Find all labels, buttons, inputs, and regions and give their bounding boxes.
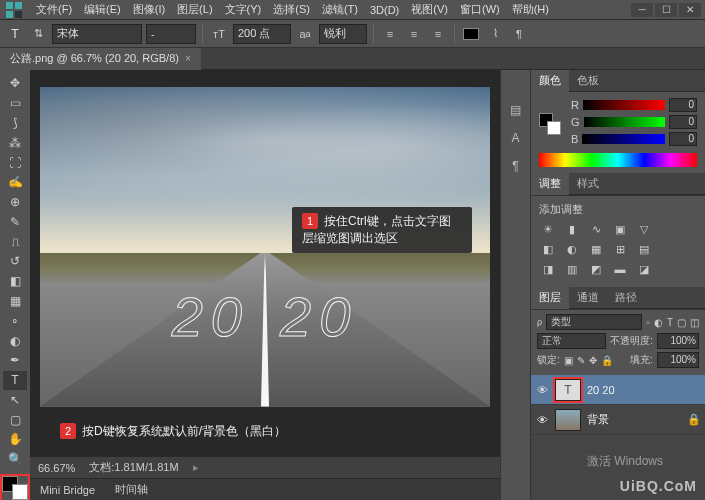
menu-window[interactable]: 窗口(W)	[454, 2, 506, 17]
menu-layer[interactable]: 图层(L)	[171, 2, 218, 17]
layer-name[interactable]: 背景	[587, 412, 609, 427]
lock-pixels-icon[interactable]: ✎	[577, 355, 585, 366]
font-style-select[interactable]: -	[146, 24, 196, 44]
menu-type[interactable]: 文字(Y)	[219, 2, 268, 17]
layer-thumbnail[interactable]: T	[555, 379, 581, 401]
adj-selcolor-icon[interactable]: ◪	[635, 261, 653, 277]
tab-swatches[interactable]: 色板	[569, 70, 607, 92]
visibility-toggle[interactable]: 👁	[535, 414, 549, 426]
blend-mode-select[interactable]: 正常	[537, 333, 606, 349]
tab-paths[interactable]: 路径	[607, 287, 645, 309]
warp-text-icon[interactable]: ⌇	[485, 24, 505, 44]
menu-help[interactable]: 帮助(H)	[506, 2, 555, 17]
stamp-tool[interactable]: ⎍	[3, 232, 27, 251]
menu-file[interactable]: 文件(F)	[30, 2, 78, 17]
filter-adj-icon[interactable]: ◐	[654, 317, 663, 328]
zoom-level[interactable]: 66.67%	[38, 462, 75, 474]
dock-history-icon[interactable]: ▤	[505, 100, 527, 120]
eyedropper-tool[interactable]: ✍	[3, 173, 27, 192]
crop-tool[interactable]: ⛶	[3, 153, 27, 172]
adj-photo-icon[interactable]: ▦	[587, 241, 605, 257]
history-brush-tool[interactable]: ↺	[3, 252, 27, 271]
hand-tool[interactable]: ✋	[3, 430, 27, 449]
adj-vibrance-icon[interactable]: ▽	[635, 221, 653, 237]
lasso-tool[interactable]: ⟆	[3, 114, 27, 133]
window-maximize[interactable]: ☐	[655, 3, 677, 17]
gradient-tool[interactable]: ▦	[3, 292, 27, 311]
font-size-select[interactable]: 200 点	[233, 24, 291, 44]
adj-hue-icon[interactable]: ◧	[539, 241, 557, 257]
character-panel-icon[interactable]: ¶	[509, 24, 529, 44]
filter-img-icon[interactable]: ▫	[646, 317, 650, 328]
document-tab-close[interactable]: ×	[185, 53, 191, 64]
filter-smart-icon[interactable]: ◫	[690, 317, 699, 328]
canvas[interactable]: 2020 1按住Ctrl键，点击文字图层缩览图调出选区	[40, 87, 490, 407]
layer-thumbnail[interactable]	[555, 409, 581, 431]
tab-styles[interactable]: 样式	[569, 173, 607, 195]
panel-color-swatch[interactable]	[539, 113, 561, 135]
align-center-icon[interactable]: ≡	[404, 24, 424, 44]
menu-edit[interactable]: 编辑(E)	[78, 2, 127, 17]
blur-tool[interactable]: ∘	[3, 311, 27, 330]
adj-brightness-icon[interactable]: ☀	[539, 221, 557, 237]
lock-position-icon[interactable]: ✥	[589, 355, 597, 366]
tab-mini-bridge[interactable]: Mini Bridge	[30, 479, 105, 501]
pen-tool[interactable]: ✒	[3, 351, 27, 370]
color-swatch[interactable]	[2, 476, 28, 500]
layer-row[interactable]: 👁 T 20 20	[531, 375, 705, 405]
dock-para-icon[interactable]: ¶	[505, 156, 527, 176]
font-family-select[interactable]: 宋体	[52, 24, 142, 44]
magic-wand-tool[interactable]: ⁂	[3, 133, 27, 152]
adj-lookup-icon[interactable]: ▤	[635, 241, 653, 257]
zoom-tool[interactable]: 🔍	[3, 450, 27, 469]
window-minimize[interactable]: ─	[631, 3, 653, 17]
tab-channels[interactable]: 通道	[569, 287, 607, 309]
filter-shape-icon[interactable]: ▢	[677, 317, 686, 328]
spectrum-bar[interactable]	[539, 153, 697, 167]
adj-poster-icon[interactable]: ▥	[563, 261, 581, 277]
adj-curves-icon[interactable]: ∿	[587, 221, 605, 237]
lock-all-icon[interactable]: 🔒	[601, 355, 613, 366]
b-value[interactable]: 0	[669, 132, 697, 146]
menu-image[interactable]: 图像(I)	[127, 2, 171, 17]
adj-gradmap-icon[interactable]: ▬	[611, 261, 629, 277]
layer-name[interactable]: 20 20	[587, 384, 615, 396]
tab-timeline[interactable]: 时间轴	[105, 479, 158, 501]
document-tab[interactable]: 公路.png @ 66.7% (20 20, RGB/8) ×	[0, 48, 201, 70]
background-color[interactable]	[12, 484, 28, 500]
dock-char-icon[interactable]: A	[505, 128, 527, 148]
tab-color[interactable]: 颜色	[531, 70, 569, 92]
filter-type-icon[interactable]: T	[667, 317, 673, 328]
align-right-icon[interactable]: ≡	[428, 24, 448, 44]
move-tool[interactable]: ✥	[3, 74, 27, 93]
adj-mixer-icon[interactable]: ⊞	[611, 241, 629, 257]
menu-view[interactable]: 视图(V)	[405, 2, 454, 17]
eraser-tool[interactable]: ◧	[3, 272, 27, 291]
lock-transparent-icon[interactable]: ▣	[564, 355, 573, 366]
r-slider[interactable]	[583, 100, 665, 110]
marquee-tool[interactable]: ▭	[3, 94, 27, 113]
window-close[interactable]: ✕	[679, 3, 701, 17]
dodge-tool[interactable]: ◐	[3, 331, 27, 350]
layer-filter-kind[interactable]: 类型	[546, 314, 642, 330]
text-color-swatch[interactable]	[461, 24, 481, 44]
path-select-tool[interactable]: ↖	[3, 391, 27, 410]
r-value[interactable]: 0	[669, 98, 697, 112]
shape-tool[interactable]: ▢	[3, 410, 27, 429]
adj-bw-icon[interactable]: ◐	[563, 241, 581, 257]
visibility-toggle[interactable]: 👁	[535, 384, 549, 396]
adj-levels-icon[interactable]: ▮	[563, 221, 581, 237]
g-slider[interactable]	[584, 117, 665, 127]
opacity-value[interactable]: 100%	[657, 333, 699, 349]
b-slider[interactable]	[582, 134, 665, 144]
healing-tool[interactable]: ⊕	[3, 193, 27, 212]
antialias-select[interactable]: 锐利	[319, 24, 367, 44]
tab-adjustments[interactable]: 调整	[531, 173, 569, 195]
type-tool[interactable]: T	[3, 371, 27, 390]
g-value[interactable]: 0	[669, 115, 697, 129]
menu-select[interactable]: 选择(S)	[267, 2, 316, 17]
layer-row[interactable]: 👁 背景 🔒	[531, 405, 705, 435]
menu-filter[interactable]: 滤镜(T)	[316, 2, 364, 17]
align-left-icon[interactable]: ≡	[380, 24, 400, 44]
adj-threshold-icon[interactable]: ◩	[587, 261, 605, 277]
